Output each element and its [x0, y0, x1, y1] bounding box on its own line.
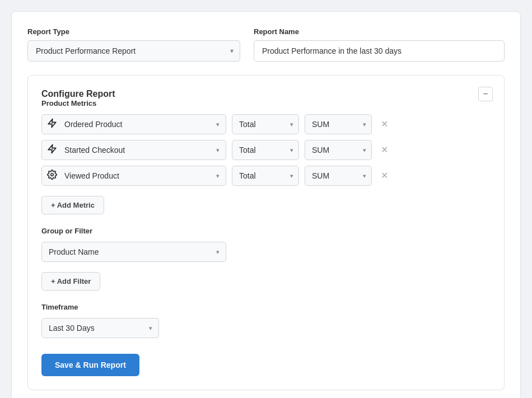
- metric-1-agg-type-wrapper: Total Unique Per User ▾: [232, 114, 299, 134]
- report-type-group: Report Type Product Performance Report C…: [27, 27, 240, 62]
- metric-2-select[interactable]: Ordered Product Started Checkout Viewed …: [41, 140, 226, 160]
- metric-1-agg-func-select[interactable]: SUM AVG COUNT: [305, 114, 372, 134]
- metric-2-select-wrapper: Ordered Product Started Checkout Viewed …: [41, 140, 226, 160]
- metric-row-3: Ordered Product Started Checkout Viewed …: [41, 166, 491, 186]
- add-metric-button[interactable]: + Add Metric: [41, 196, 104, 214]
- report-type-select-wrapper: Product Performance Report Customer Repo…: [27, 40, 240, 62]
- report-name-label: Report Name: [254, 27, 505, 36]
- filter-select[interactable]: Product Name Category SKU Variant: [41, 242, 226, 262]
- metric-3-remove-button[interactable]: ✕: [377, 169, 391, 182]
- metric-2-agg-func-select[interactable]: SUM AVG COUNT: [305, 140, 372, 160]
- report-name-input[interactable]: [254, 40, 505, 62]
- product-metrics-label: Product Metrics: [41, 99, 491, 107]
- report-type-select[interactable]: Product Performance Report Customer Repo…: [27, 40, 240, 62]
- configure-panel: Configure Report − Product Metrics Order…: [27, 75, 505, 390]
- report-type-label: Report Type: [27, 27, 240, 36]
- timeframe-section: Timeframe Last 7 Days Last 30 Days Last …: [41, 303, 491, 338]
- top-row: Report Type Product Performance Report C…: [27, 27, 505, 62]
- metric-row-1: Ordered Product Started Checkout Viewed …: [41, 114, 491, 134]
- timeframe-label: Timeframe: [41, 303, 491, 311]
- metric-3-select[interactable]: Ordered Product Started Checkout Viewed …: [41, 166, 226, 186]
- metric-3-agg-func-wrapper: SUM AVG COUNT ▾: [305, 166, 372, 186]
- metric-1-select[interactable]: Ordered Product Started Checkout Viewed …: [41, 114, 226, 134]
- group-filter-section: Group or Filter Product Name Category SK…: [41, 227, 491, 291]
- group-filter-label: Group or Filter: [41, 227, 491, 235]
- page-container: Report Type Product Performance Report C…: [11, 11, 521, 398]
- metric-2-remove-button[interactable]: ✕: [377, 143, 391, 157]
- metric-3-agg-type-select[interactable]: Total Unique Per User: [232, 166, 299, 186]
- metric-3-select-wrapper: Ordered Product Started Checkout Viewed …: [41, 166, 226, 186]
- save-run-button[interactable]: Save & Run Report: [41, 354, 139, 376]
- metric-2-agg-type-select[interactable]: Total Unique Per User: [232, 140, 299, 160]
- timeframe-select[interactable]: Last 7 Days Last 30 Days Last 90 Days Th…: [41, 318, 159, 338]
- report-name-group: Report Name: [254, 27, 505, 62]
- metric-row-2: Ordered Product Started Checkout Viewed …: [41, 140, 491, 160]
- metric-2-agg-type-wrapper: Total Unique Per User ▾: [232, 140, 299, 160]
- metric-1-agg-type-select[interactable]: Total Unique Per User: [232, 114, 299, 134]
- metric-1-select-wrapper: Ordered Product Started Checkout Viewed …: [41, 114, 226, 134]
- minimize-button[interactable]: −: [478, 87, 493, 101]
- filter-row-1: Product Name Category SKU Variant ▾: [41, 242, 491, 262]
- metric-1-agg-func-wrapper: SUM AVG COUNT ▾: [305, 114, 372, 134]
- configure-title: Configure Report: [41, 89, 115, 99]
- metric-1-remove-button[interactable]: ✕: [377, 118, 391, 131]
- metric-3-agg-func-select[interactable]: SUM AVG COUNT: [305, 166, 372, 186]
- add-filter-button[interactable]: + Add Filter: [41, 272, 100, 291]
- product-metrics-section: Product Metrics Ordered Product Started …: [41, 99, 491, 214]
- metric-2-agg-func-wrapper: SUM AVG COUNT ▾: [305, 140, 372, 160]
- timeframe-select-wrapper: Last 7 Days Last 30 Days Last 90 Days Th…: [41, 318, 159, 338]
- filter-select-wrapper: Product Name Category SKU Variant ▾: [41, 242, 226, 262]
- metric-3-agg-type-wrapper: Total Unique Per User ▾: [232, 166, 299, 186]
